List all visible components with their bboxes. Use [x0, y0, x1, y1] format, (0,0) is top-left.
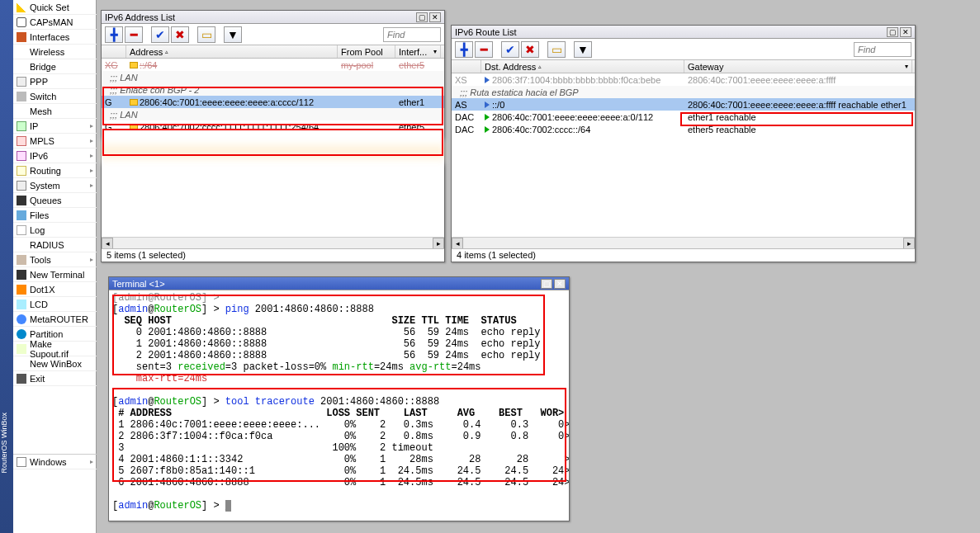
scroll-track[interactable]: [113, 238, 433, 248]
windows-icon: [17, 457, 26, 467]
sidebar-item-wireless[interactable]: Wireless: [13, 45, 97, 59]
sidebar-item-ip[interactable]: IP▸: [13, 119, 97, 134]
sidebar-item-exit[interactable]: Exit: [13, 371, 97, 386]
dock-button[interactable]: ▢: [416, 12, 428, 22]
sidebar-item-lcd[interactable]: LCD: [13, 297, 97, 312]
scroll-track[interactable]: [463, 238, 903, 248]
sidebar-item-log[interactable]: Log: [13, 223, 97, 238]
sidebar-item-radius[interactable]: RADIUS: [13, 238, 97, 252]
sidebar-item-label: LCD: [30, 300, 48, 309]
table-row[interactable]: DAC2806:40c:7002:cccc::/64ether5 reachab…: [452, 123, 915, 135]
table-row[interactable]: G2806:40c:7002:cccc:1111:1111:1111:254/6…: [102, 120, 444, 133]
sidebar-item-windows[interactable]: Windows ▸: [13, 455, 97, 469]
sidebar-item-new-winbox[interactable]: New WinBox: [13, 356, 97, 371]
ic-exit-icon: [17, 374, 26, 384]
window-titlebar[interactable]: Terminal <1> ▢ ✕: [109, 277, 569, 290]
sidebar-item-system[interactable]: System▸: [13, 178, 97, 193]
sidebar-item-label: IP: [30, 121, 38, 131]
table-row-comment[interactable]: ;;; Ruta estatica hacia el BGP: [452, 86, 915, 98]
table-row-comment[interactable]: ;;; Enlace con BGP - 2: [102, 83, 444, 96]
find-input[interactable]: [383, 27, 441, 42]
ic-ppp-icon: [17, 77, 26, 87]
sidebar-item-label: Dot1X: [30, 285, 55, 295]
add-button[interactable]: ╋: [105, 26, 123, 43]
sidebar-item-files[interactable]: Files: [13, 208, 97, 223]
window-title: IPv6 Route List: [455, 27, 885, 37]
filter-button[interactable]: ▼: [224, 26, 242, 43]
ic-caps-icon: [17, 17, 26, 27]
table-body: XS2806:3f7:1004:bbbb:bbbb:bbbb:f0ca:bebe…: [452, 73, 915, 135]
sidebar-item-quick-set[interactable]: Quick Set: [13, 0, 97, 15]
close-button[interactable]: ✕: [429, 12, 441, 22]
close-button[interactable]: ✕: [554, 279, 566, 289]
remove-button[interactable]: ━: [475, 41, 493, 58]
sidebar-item-dot1x[interactable]: Dot1X: [13, 282, 97, 297]
sidebar-item-label: Partition: [30, 329, 63, 339]
sidebar-item-ipv6[interactable]: IPv6▸: [13, 149, 97, 163]
sidebar-item-label: Mesh: [30, 106, 52, 116]
horizontal-scrollbar[interactable]: ◂ ▸: [452, 237, 915, 248]
table-row[interactable]: XG::/64my-poolether5: [102, 59, 444, 71]
sidebar-item-routing[interactable]: Routing▸: [13, 163, 97, 178]
col-address[interactable]: Address▵: [126, 45, 338, 58]
close-button[interactable]: ✕: [900, 27, 911, 37]
terminal-body[interactable]: [admin@RouterOS] > [admin@RouterOS] > pi…: [109, 290, 569, 521]
status-bar: 4 items (1 selected): [452, 248, 915, 262]
dock-button[interactable]: ▢: [541, 279, 552, 289]
col-from-pool[interactable]: From Pool: [338, 45, 395, 58]
sidebar-item-queues[interactable]: Queues: [13, 193, 97, 208]
col-dst-address[interactable]: Dst. Address▵: [481, 60, 684, 73]
ic-wand-icon: [17, 2, 26, 12]
add-button[interactable]: ╋: [455, 41, 473, 58]
disable-button[interactable]: ✖: [521, 41, 539, 58]
table-row[interactable]: AS::/02806:40c:7001:eeee:eeee:eeee:a:fff…: [452, 98, 915, 111]
sidebar-item-label: Interfaces: [30, 32, 69, 42]
table-header: Dst. Address▵ Gateway▾: [452, 60, 915, 73]
sidebar-item-label: MetaROUTER: [30, 314, 88, 324]
dock-button[interactable]: ▢: [887, 27, 898, 37]
ic-part-icon: [17, 329, 26, 339]
scroll-right-button[interactable]: ▸: [433, 238, 444, 249]
col-flags[interactable]: [102, 45, 126, 58]
comment-button[interactable]: ▭: [547, 41, 566, 58]
col-gateway[interactable]: Gateway▾: [684, 60, 912, 73]
window-titlebar[interactable]: IPv6 Route List ▢ ✕: [452, 26, 915, 39]
table-row-comment[interactable]: ;;; LAN: [102, 71, 444, 83]
sidebar-item-metarouter[interactable]: MetaROUTER: [13, 312, 97, 327]
sidebar-item-capsman[interactable]: CAPsMAN: [13, 15, 97, 30]
sidebar-item-switch[interactable]: Switch: [13, 89, 97, 104]
col-flags[interactable]: [452, 60, 481, 73]
table-row[interactable]: DAC2806:40c:7001:eeee:eeee:eeee:a:0/112e…: [452, 111, 915, 123]
scroll-left-button[interactable]: ◂: [102, 238, 113, 249]
table-row[interactable]: G2806:40c:7001:eeee:eeee:eeee:a:cccc/112…: [102, 96, 444, 108]
horizontal-scrollbar[interactable]: ◂ ▸: [102, 237, 444, 248]
comment-button[interactable]: ▭: [197, 26, 215, 43]
table-row-comment[interactable]: ;;; LAN: [102, 108, 444, 120]
sidebar-item-label: Routing: [30, 166, 61, 176]
remove-button[interactable]: ━: [125, 26, 143, 43]
sidebar-item-mesh[interactable]: Mesh: [13, 104, 97, 119]
disable-button[interactable]: ✖: [171, 26, 189, 43]
scroll-right-button[interactable]: ▸: [903, 238, 915, 249]
chevron-right-icon: ▸: [90, 256, 93, 263]
sidebar-item-mpls[interactable]: MPLS▸: [13, 134, 97, 149]
sidebar-item-tools[interactable]: Tools▸: [13, 252, 97, 267]
enable-button[interactable]: ✔: [501, 41, 519, 58]
table-row[interactable]: XS2806:3f7:1004:bbbb:bbbb:bbbb:f0ca:bebe…: [452, 73, 915, 86]
sidebar-item-new-terminal[interactable]: New Terminal: [13, 267, 97, 282]
window-title: Terminal <1>: [112, 279, 539, 289]
filter-button[interactable]: ▼: [574, 41, 592, 58]
ic-sys-icon: [17, 181, 26, 191]
sidebar-item-make-supout-rif[interactable]: Make Supout.rif: [13, 342, 97, 356]
col-interface[interactable]: Interf...▾: [395, 45, 441, 58]
window-titlebar[interactable]: IPv6 Address List ▢ ✕: [102, 11, 444, 24]
find-input[interactable]: [854, 42, 911, 57]
ic-mesh-icon: [17, 106, 26, 116]
sidebar-item-label: Make Supout.rif: [30, 339, 93, 359]
sidebar-item-ppp[interactable]: PPP: [13, 74, 97, 89]
sidebar-item-interfaces[interactable]: Interfaces: [13, 30, 97, 45]
address-icon: [130, 124, 138, 130]
scroll-left-button[interactable]: ◂: [452, 238, 463, 249]
enable-button[interactable]: ✔: [151, 26, 169, 43]
sidebar-item-bridge[interactable]: Bridge: [13, 59, 97, 74]
